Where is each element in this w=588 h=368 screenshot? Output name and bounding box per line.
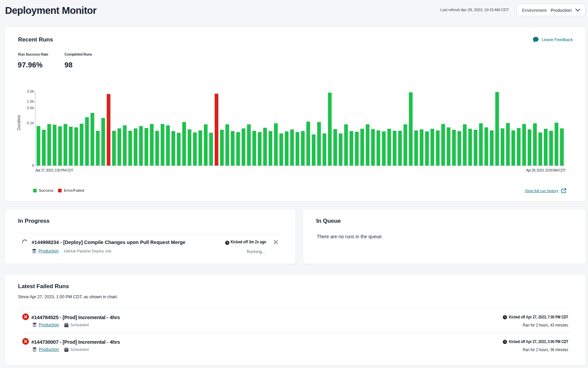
svg-text:0: 0 — [32, 163, 34, 167]
svg-text:Apr 27, 2023, 1:00 PM CDT: Apr 27, 2023, 1:00 PM CDT — [35, 168, 73, 172]
svg-text:3.0h: 3.0h — [27, 89, 34, 93]
svg-text:0.5h: 0.5h — [27, 106, 34, 110]
svg-text:0.1h: 0.1h — [27, 121, 34, 125]
svg-text:Duration: Duration — [17, 115, 21, 130]
svg-text:1.0h: 1.0h — [27, 99, 34, 103]
svg-text:Apr 28, 2023, 10:00 AM CDT: Apr 28, 2023, 10:00 AM CDT — [526, 168, 566, 172]
